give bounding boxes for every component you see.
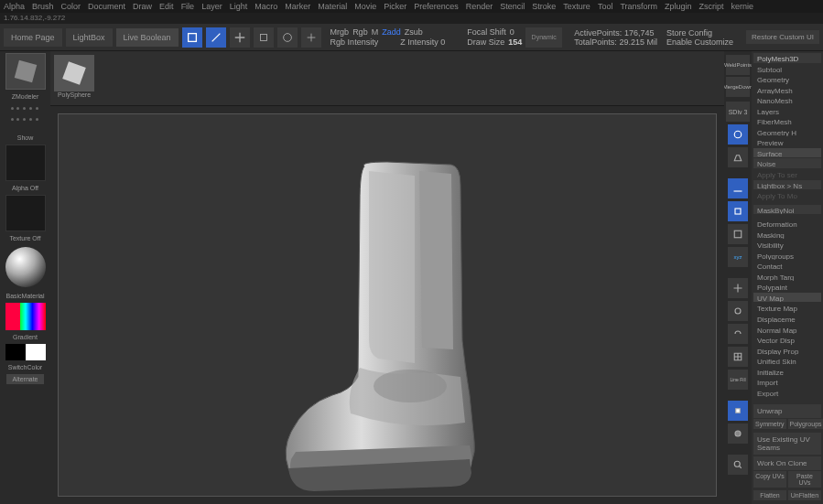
alternate-button[interactable]: Alternate <box>6 374 43 384</box>
menu-movie[interactable]: Movie <box>354 2 376 11</box>
preview-menu[interactable]: Preview <box>753 137 821 147</box>
flatten-button[interactable]: Flatten <box>753 490 786 500</box>
menu-file[interactable]: File <box>181 2 195 11</box>
copy-uvs-button[interactable]: Copy UVs <box>753 471 786 488</box>
menu-brush[interactable]: Brush <box>32 2 54 11</box>
home-page-tab[interactable]: Home Page <box>4 28 62 47</box>
frame-icon[interactable] <box>728 224 748 244</box>
perspective-icon[interactable] <box>728 147 748 167</box>
symmetry-button[interactable]: Symmetry <box>753 419 786 429</box>
dynamic-toggle[interactable]: Dynamic <box>525 27 562 48</box>
menu-color[interactable]: Color <box>61 2 81 11</box>
edit-mode-icon[interactable] <box>182 27 202 48</box>
move-view-icon[interactable] <box>728 278 748 298</box>
menu-tool[interactable]: Tool <box>598 2 613 11</box>
apply-noise-button[interactable]: Apply To ser <box>753 169 821 179</box>
zoom-icon[interactable] <box>728 455 748 475</box>
polypaint-menu[interactable]: Polypaint <box>753 282 821 292</box>
display-prop-menu[interactable]: Display Prop <box>753 346 821 356</box>
stroke-dots-icon[interactable] <box>7 103 44 131</box>
menu-zscript[interactable]: Zscript <box>699 2 724 11</box>
menu-marker[interactable]: Marker <box>285 2 310 11</box>
menu-layer[interactable]: Layer <box>201 2 222 11</box>
menu-edit[interactable]: Edit <box>159 2 174 11</box>
menu-transform[interactable]: Transform <box>620 2 657 11</box>
rotate-view-icon[interactable] <box>728 324 748 344</box>
menu-texture[interactable]: Texture <box>563 2 590 11</box>
xyz-icon[interactable]: xyz <box>728 247 748 267</box>
unflatten-button[interactable]: UnFlatten <box>788 490 821 500</box>
menu-stroke[interactable]: Stroke <box>532 2 556 11</box>
focal-shift-value[interactable]: 0 <box>510 27 514 37</box>
zsub-toggle[interactable]: Zsub <box>405 27 423 37</box>
menu-light[interactable]: Light <box>230 2 248 11</box>
contact-menu[interactable]: Contact <box>753 261 821 271</box>
live-boolean-tab[interactable]: Live Boolean <box>116 28 179 47</box>
switch-color-label[interactable]: SwitchColor <box>8 364 42 370</box>
polyframe-icon[interactable] <box>728 347 748 367</box>
alpha-thumbnail[interactable] <box>5 145 46 181</box>
visibility-menu[interactable]: Visibility <box>753 240 821 250</box>
polygroups-menu[interactable]: Polygroups <box>753 251 821 261</box>
rotate-mode-icon[interactable] <box>277 27 298 48</box>
lightbox-tab[interactable]: LightBox <box>66 28 113 47</box>
use-existing-uv-button[interactable]: Use Existing UV Seams <box>753 433 821 455</box>
menu-zplugin[interactable]: Zplugin <box>665 2 692 11</box>
brush-thumbnail[interactable] <box>5 53 46 90</box>
z-intensity-slider[interactable]: Z Intensity 0 <box>400 38 445 47</box>
merge-down-button[interactable]: MergeDown <box>726 77 750 97</box>
vector-disp-menu[interactable]: Vector Disp <box>753 335 821 345</box>
menu-preferences[interactable]: Preferences <box>414 2 459 11</box>
bpr-render-icon[interactable] <box>728 124 748 145</box>
menu-draw[interactable]: Draw <box>133 2 152 11</box>
polysphere-thumbnail[interactable] <box>54 55 94 91</box>
fibermesh-menu[interactable]: FiberMesh <box>753 116 821 126</box>
import-menu[interactable]: Import <box>753 377 821 387</box>
geometryhd-menu[interactable]: Geometry H <box>753 127 821 137</box>
scale-mode-icon[interactable] <box>254 27 274 48</box>
menu-material[interactable]: Material <box>318 2 347 11</box>
color-swatches[interactable] <box>5 344 46 360</box>
gizmo-icon[interactable] <box>301 27 321 48</box>
lightbox-noise-button[interactable]: Lightbox > Ns <box>753 180 821 190</box>
viewport-3d[interactable] <box>58 113 717 497</box>
layers-menu[interactable]: Layers <box>753 106 821 116</box>
solo-icon[interactable] <box>728 401 748 421</box>
morph-target-menu[interactable]: Morph Targ <box>753 272 821 282</box>
paste-uvs-button[interactable]: Paste UVs <box>788 471 821 488</box>
rgb-toggle[interactable]: Rgb <box>352 27 368 37</box>
menu-render[interactable]: Render <box>466 2 493 11</box>
restore-custom-ui-button[interactable]: Restore Custom UI <box>746 30 819 44</box>
arraymesh-menu[interactable]: ArrayMesh <box>753 85 821 95</box>
export-menu[interactable]: Export <box>753 388 821 398</box>
color-picker[interactable] <box>5 303 46 330</box>
displacement-menu[interactable]: Displaceme <box>753 314 821 324</box>
floor-icon[interactable] <box>728 178 748 198</box>
draw-size-value[interactable]: 154 <box>508 38 522 47</box>
menu-macro[interactable]: Macro <box>254 2 277 11</box>
apply-mesh-button[interactable]: Apply To Mo <box>753 190 821 200</box>
unwrap-button[interactable]: Unwrap <box>753 404 821 418</box>
texture-thumbnail[interactable] <box>5 195 46 231</box>
transp-icon[interactable]: Line Fill <box>728 370 748 390</box>
normal-map-menu[interactable]: Normal Map <box>753 325 821 335</box>
masking-menu[interactable]: Masking <box>753 230 821 240</box>
uv-map-menu[interactable]: UV Map <box>753 293 821 303</box>
menu-stencil[interactable]: Stencil <box>500 2 525 11</box>
mask-by-noise-button[interactable]: MaskByNoi <box>753 205 821 215</box>
mrgb-toggle[interactable]: Mrgb <box>330 27 350 37</box>
enable-customize-button[interactable]: Enable Customize <box>666 38 733 47</box>
m-toggle[interactable]: M <box>372 27 379 37</box>
work-on-clone-button[interactable]: Work On Clone <box>753 456 821 470</box>
store-config-button[interactable]: Store Config <box>666 28 712 38</box>
polygroups-button[interactable]: Polygroups <box>788 419 824 429</box>
weld-points-button[interactable]: WeldPoints <box>726 55 750 75</box>
tool-header[interactable]: PolyMesh3D <box>753 53 821 63</box>
subtool-menu[interactable]: Subtool <box>753 64 821 74</box>
menu-alpha[interactable]: Alpha <box>4 2 25 11</box>
move-mode-icon[interactable] <box>230 27 250 48</box>
ghost-icon[interactable] <box>728 424 748 444</box>
surface-menu[interactable]: Surface <box>753 148 821 158</box>
deformation-menu[interactable]: Deformation <box>753 219 821 229</box>
geometry-menu[interactable]: Geometry <box>753 74 821 84</box>
